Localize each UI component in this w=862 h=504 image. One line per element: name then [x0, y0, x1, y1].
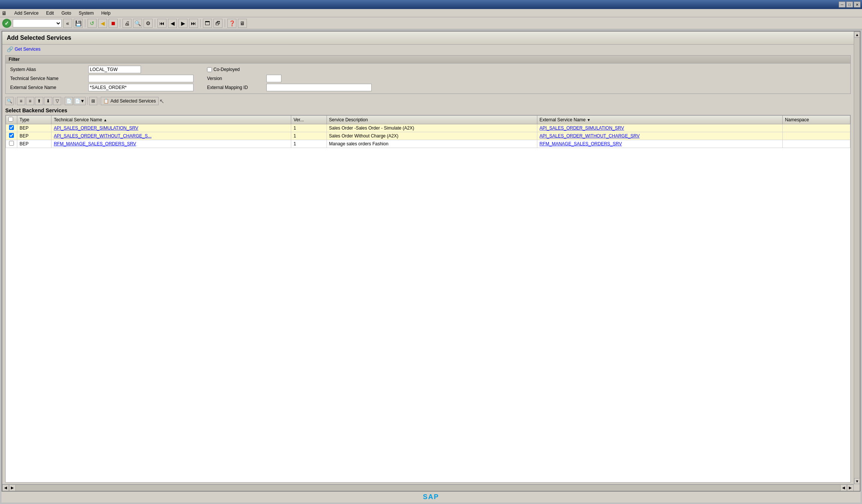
menu-goto[interactable]: Goto [60, 10, 73, 16]
co-deployed-checkbox[interactable] [207, 67, 212, 72]
col-ext-name-header: External Service Name ▼ [537, 116, 782, 124]
deselect-all-btn[interactable]: ≡ [26, 97, 34, 105]
menu-add-service[interactable]: Add Service [13, 10, 40, 16]
bottom-scrollbar[interactable]: ◀ ▶ ◀ ▶ [2, 484, 854, 491]
col-namespace-header: Namespace [782, 116, 850, 124]
scroll-right-btn[interactable]: ▶ [9, 484, 16, 491]
row-checkbox[interactable] [9, 133, 14, 138]
add-selected-services-button[interactable]: 📋 Add Selected Services [101, 97, 159, 105]
tech-service-input[interactable] [88, 75, 194, 82]
h-scroll-left2[interactable]: ◀ [840, 484, 847, 491]
select-all-checkbox[interactable] [8, 117, 13, 122]
sep3 [155, 19, 155, 27]
row-cell-servicedescription: Manage sales orders Fashion [327, 140, 537, 148]
select-all-btn[interactable]: ≡ [17, 97, 25, 105]
table-container: Type Technical Service Name ▲ Ver... Ser… [5, 115, 851, 483]
add-services-label: Add Selected Services [110, 98, 156, 104]
grid-btn[interactable]: ⊞ [89, 97, 97, 105]
menu-system[interactable]: System [77, 10, 95, 16]
row-cell-type: BEP [17, 124, 51, 132]
table-toolbar: 🔍 ≡ ≡ ⬆ ⬇ ▽ 📄 📄▼ ⊞ 📋 Add Selected Ser [5, 97, 851, 105]
table-row: BEPRFM_MANAGE_SALES_ORDERS_SRV1Manage sa… [6, 140, 850, 148]
app-icon: 🖥 [2, 10, 7, 16]
sort-desc-btn[interactable]: ⬇ [44, 97, 52, 105]
row-checkbox[interactable] [9, 125, 14, 130]
save-btn[interactable]: 💾 [74, 19, 83, 28]
main-toolbar: ✓ « 💾 ↺ ◀ ⏹ 🖨 🔍 ⚙ ⏮ ◀ ▶ ⏭ 🗖 🗗 ❓ 🖥 [0, 17, 862, 29]
col-ext-sort-icon: ▼ [587, 118, 591, 122]
menu-help[interactable]: Help [100, 10, 112, 16]
nav4-btn[interactable]: ⏭ [189, 19, 198, 28]
scroll-track [854, 38, 860, 478]
get-services-link[interactable]: 🔗 Get Services [7, 46, 41, 52]
scroll-left-btn[interactable]: ◀ [2, 484, 9, 491]
row-cell-servicedescription: Sales Order Without Charge (A2X) [327, 132, 537, 140]
row-cell-version: 1 [291, 132, 327, 140]
row-cell-technicalservicename: API_SALES_ORDER_WITHOUT_CHARGE_S... [51, 132, 291, 140]
row-cell-namespace [782, 132, 850, 140]
row-cell-type: BEP [17, 132, 51, 140]
find-table-btn[interactable]: 🔍 [5, 97, 14, 105]
row-cell-technicalservicename: API_SALES_ORDER_SIMULATION_SRV [51, 124, 291, 132]
scroll-down-btn[interactable]: ▼ [854, 478, 860, 484]
toolbar-dropdown[interactable] [13, 19, 62, 27]
row-cell-externalservicename: API_SALES_ORDER_WITHOUT_CHARGE_SRV [537, 132, 782, 140]
maximize-button[interactable]: □ [846, 2, 853, 8]
status-check: ✓ [2, 19, 11, 28]
content-wrapper: ▲ ▼ Add Selected Services 🔗 Get Services [0, 29, 862, 504]
export2-btn[interactable]: 📄▼ [74, 97, 86, 105]
get-services-icon: 🔗 [7, 46, 13, 52]
table-header-row: Type Technical Service Name ▲ Ver... Ser… [6, 116, 850, 124]
settings-btn[interactable]: ⚙ [144, 19, 153, 28]
row-checkbox-cell[interactable] [6, 124, 17, 132]
row-checkbox[interactable] [9, 141, 14, 146]
row-cell-type: BEP [17, 140, 51, 148]
close-button[interactable]: ✕ [854, 2, 860, 8]
tbl-sep4 [99, 97, 99, 105]
nav2-btn[interactable]: ◀ [168, 19, 177, 28]
h-scroll-track[interactable] [16, 484, 840, 491]
monitor-btn[interactable]: 🖥 [238, 19, 247, 28]
filter-btn[interactable]: ▽ [53, 97, 61, 105]
window1-btn[interactable]: 🗖 [203, 19, 212, 28]
minimize-button[interactable]: ─ [839, 2, 845, 8]
stop-btn[interactable]: ⏹ [109, 19, 118, 28]
right-scrollbar[interactable]: ▲ ▼ [854, 32, 860, 484]
scroll-up-btn[interactable]: ▲ [854, 32, 860, 38]
nav1-btn[interactable]: ⏮ [157, 19, 166, 28]
menu-edit[interactable]: Edit [45, 10, 56, 16]
nav3-btn[interactable]: ▶ [178, 19, 188, 28]
window2-btn[interactable]: 🗗 [213, 19, 222, 28]
system-alias-input[interactable] [88, 66, 141, 73]
ext-service-input[interactable] [88, 84, 194, 91]
row-checkbox-cell[interactable] [6, 140, 17, 148]
filter-body: System Alias Co-Deployed Technical Servi… [6, 63, 850, 94]
find-btn[interactable]: 🔍 [133, 19, 142, 28]
row-cell-namespace [782, 124, 850, 132]
back-btn[interactable]: ◀ [98, 19, 107, 28]
ext-mapping-input[interactable] [266, 84, 372, 91]
sort-asc-btn[interactable]: ⬆ [35, 97, 43, 105]
co-deployed-label: Co-Deployed [207, 67, 263, 72]
help-btn[interactable]: ❓ [227, 19, 236, 28]
version-input[interactable] [266, 75, 281, 82]
sort-icon: ▲ [103, 118, 107, 122]
row-cell-externalservicename: RFM_MANAGE_SALES_ORDERS_SRV [537, 140, 782, 148]
col-tech-name-header: Technical Service Name ▲ [51, 116, 291, 124]
sep1 [85, 19, 85, 27]
h-scroll-right2[interactable]: ▶ [847, 484, 854, 491]
tech-service-label: Technical Service Name [10, 76, 85, 81]
row-checkbox-cell[interactable] [6, 132, 17, 140]
ext-service-label: External Service Name [10, 85, 85, 90]
col-checkbox [6, 116, 17, 124]
nav-back-btn[interactable]: « [63, 19, 72, 28]
version-label: Version [207, 76, 263, 81]
export-btn[interactable]: 📄 [65, 97, 73, 105]
tbl-sep2 [63, 97, 63, 105]
table-row: BEPAPI_SALES_ORDER_SIMULATION_SRV1Sales … [6, 124, 850, 132]
print-btn[interactable]: 🖨 [122, 19, 132, 28]
system-alias-label: System Alias [10, 67, 85, 72]
refresh-btn[interactable]: ↺ [88, 19, 97, 28]
panel-body: Add Selected Services 🔗 Get Services Fil… [2, 32, 854, 484]
menu-bar: 🖥 Add Service Edit Goto System Help [0, 9, 862, 17]
